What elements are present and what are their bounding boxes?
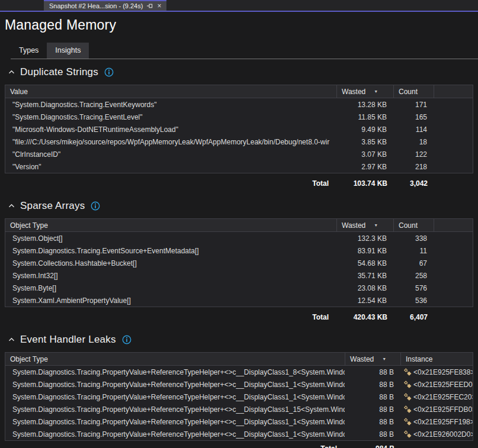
instance-link[interactable]: <0x21E925FF198> xyxy=(400,418,473,426)
collapse-icon[interactable] xyxy=(8,337,15,342)
total-count: 6,407 xyxy=(394,313,434,321)
column-header-spacer xyxy=(434,219,473,231)
total-row: Total 984 B xyxy=(5,441,473,448)
table-row[interactable]: System.Collections.Hashtable+Bucket[]54.… xyxy=(5,257,473,269)
section-title: Event Handler Leaks xyxy=(20,334,116,346)
table-row[interactable]: "System.Diagnostics.Tracing.EventKeyword… xyxy=(5,98,473,111)
column-header-wasted[interactable]: Wasted▼ xyxy=(336,219,393,231)
total-wasted: 984 B xyxy=(345,444,401,448)
collapse-icon[interactable] xyxy=(8,204,15,208)
sort-desc-icon: ▼ xyxy=(382,357,386,361)
document-tab-bar: Snapshot #2 Hea...sion - (9.24s) × xyxy=(0,0,478,12)
table-row[interactable]: "Microsoft-Windows-DotNETRuntimeAssembly… xyxy=(5,123,473,136)
sparse-arrays-table: Object Type Wasted▼ Count System.Object[… xyxy=(5,218,473,307)
column-header-spacer xyxy=(434,85,473,98)
table-row[interactable]: System.Diagnostics.Tracing.PropertyValue… xyxy=(5,391,473,403)
section-sparse-arrays: Sparse Arrays Object Type Wasted▼ Count … xyxy=(5,193,473,327)
close-icon[interactable]: × xyxy=(157,2,161,9)
section-header: Sparse Arrays xyxy=(5,193,473,218)
collapse-icon[interactable] xyxy=(8,70,15,75)
total-wasted: 420.43 KB xyxy=(337,313,394,321)
info-icon[interactable] xyxy=(104,67,114,77)
table-row[interactable]: System.Xaml.AmbientPropertyValue[]12.54 … xyxy=(5,294,473,307)
total-label: Total xyxy=(5,444,345,448)
section-event-handler-leaks: Event Handler Leaks Object Type Wasted▼ … xyxy=(5,327,473,448)
duplicate-strings-table: Value Wasted▼ Count "System.Diagnostics.… xyxy=(5,85,473,173)
column-header-count[interactable]: Count xyxy=(393,219,434,231)
instance-icon xyxy=(404,368,412,376)
section-duplicate-strings: Duplicate Strings Value Wasted▼ Count "S… xyxy=(5,59,473,193)
table-row[interactable]: System.Byte[]23.08 KB576 xyxy=(5,282,473,294)
info-icon[interactable] xyxy=(122,335,131,344)
table-row[interactable]: System.Diagnostics.Tracing.PropertyValue… xyxy=(5,403,473,415)
instance-link[interactable]: <0x21E925FEC20> xyxy=(400,393,473,401)
instance-icon xyxy=(404,405,412,413)
column-header-instance[interactable]: Instance xyxy=(400,353,473,365)
document-tab-snapshot[interactable]: Snapshot #2 Hea...sion - (9.24s) × xyxy=(44,0,166,11)
document-tab-title: Snapshot #2 Hea...sion - (9.24s) xyxy=(49,2,143,9)
instance-link[interactable]: <0x21E926002D0> xyxy=(400,430,473,439)
table-row[interactable]: System.Diagnostics.Tracing.PropertyValue… xyxy=(5,378,473,391)
sort-desc-icon: ▼ xyxy=(374,223,378,227)
table-row[interactable]: "System.Diagnostics.Tracing.EventLevel"1… xyxy=(5,111,473,123)
total-row: Total 420.43 KB 6,407 xyxy=(5,307,473,327)
total-wasted: 103.74 KB xyxy=(337,179,394,188)
instance-icon xyxy=(404,381,412,388)
section-title: Sparse Arrays xyxy=(20,200,85,212)
table-row[interactable]: System.Diagnostics.Tracing.PropertyValue… xyxy=(5,428,473,440)
total-label: Total xyxy=(5,179,337,188)
instance-link[interactable]: <0x21E925FFDB0> xyxy=(400,405,473,414)
column-header-count[interactable]: Count xyxy=(393,85,434,98)
table-row[interactable]: System.Object[]132.3 KB338 xyxy=(5,232,473,244)
event-handler-leaks-table: Object Type Wasted▼ Instance System.Diag… xyxy=(5,352,473,441)
table-row[interactable]: "Version"2.97 KB218 xyxy=(5,160,473,173)
pin-icon[interactable] xyxy=(147,3,153,9)
section-header: Event Handler Leaks xyxy=(5,327,473,352)
instance-icon xyxy=(404,418,412,426)
section-header: Duplicate Strings xyxy=(5,59,473,85)
table-row[interactable]: System.Diagnostics.Tracing.EventSource+E… xyxy=(5,244,473,257)
column-header-object-type[interactable]: Object Type xyxy=(5,219,336,231)
table-row[interactable]: System.Diagnostics.Tracing.PropertyValue… xyxy=(5,366,473,378)
instance-link[interactable]: <0x21E925FEED0> xyxy=(400,381,473,389)
instance-icon xyxy=(404,430,412,438)
instance-link[interactable]: <0x21E925FE838> xyxy=(400,368,473,376)
total-row: Total 103.74 KB 3,042 xyxy=(5,173,473,193)
view-mode-tabs: Types Insights xyxy=(11,43,478,59)
total-label: Total xyxy=(5,313,337,321)
table-header-row: Value Wasted▼ Count xyxy=(5,85,473,98)
total-count: 3,042 xyxy=(394,179,434,188)
table-header-row: Object Type Wasted▼ Instance xyxy=(5,353,473,366)
column-header-wasted[interactable]: Wasted▼ xyxy=(336,85,393,98)
instance-icon xyxy=(404,393,412,401)
info-icon[interactable] xyxy=(91,201,100,211)
column-header-object-type[interactable]: Object Type xyxy=(5,353,345,365)
tab-insights[interactable]: Insights xyxy=(47,43,89,59)
table-row[interactable]: System.Int32[]35.71 KB258 xyxy=(5,269,473,282)
page-title: Managed Memory xyxy=(0,12,478,33)
sort-desc-icon: ▼ xyxy=(374,89,378,94)
section-title: Duplicate Strings xyxy=(20,66,98,78)
table-row[interactable]: "file:///C:/Users/mikejo/source/repos/Wp… xyxy=(5,136,473,148)
column-header-value[interactable]: Value xyxy=(5,85,336,98)
column-header-wasted[interactable]: Wasted▼ xyxy=(345,353,400,365)
table-row[interactable]: "ClrInstanceID"3.07 KB122 xyxy=(5,148,473,160)
tab-types[interactable]: Types xyxy=(11,43,47,59)
table-row[interactable]: System.Diagnostics.Tracing.PropertyValue… xyxy=(5,415,473,428)
table-header-row: Object Type Wasted▼ Count xyxy=(5,219,473,232)
